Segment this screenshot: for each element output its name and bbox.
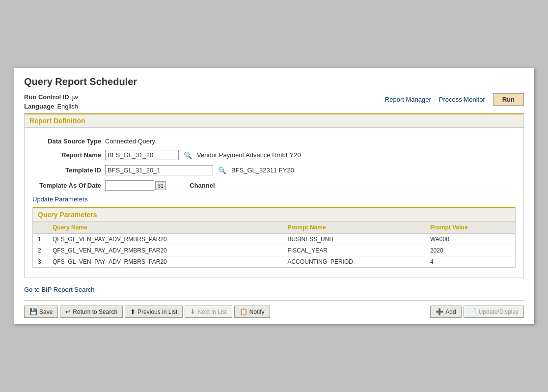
report-definition-body: Data Source Type Connected Query Report … bbox=[25, 133, 523, 278]
data-source-value: Connected Query bbox=[105, 138, 155, 145]
top-fields: Run Control ID jw Language English Repor… bbox=[24, 93, 524, 110]
add-label: Add bbox=[445, 308, 456, 315]
query-parameters-section: Query Parameters Query Name Prompt Name … bbox=[32, 207, 516, 268]
notify-icon: 📋 bbox=[240, 308, 247, 315]
previous-in-list-label: Previous in List bbox=[137, 308, 177, 315]
save-button[interactable]: 💾 Save bbox=[24, 306, 58, 318]
table-row: 3 QFS_GL_VEN_PAY_ADV_RMBRS_PAR20 ACCOUNT… bbox=[33, 256, 515, 268]
report-name-input[interactable] bbox=[105, 150, 179, 160]
row-num: 3 bbox=[33, 256, 48, 268]
query-name-cell: QFS_GL_VEN_PAY_ADV_RMBRS_PAR20 bbox=[48, 256, 283, 268]
language-label: Language bbox=[24, 103, 54, 110]
bip-report-search-link[interactable]: Go to BIP Report Search bbox=[24, 286, 95, 293]
query-name-cell: QFS_GL_VEN_PAY_ADV_RMBRS_PAR20 bbox=[48, 245, 283, 256]
return-to-search-label: Return to Search bbox=[73, 308, 117, 315]
next-in-list-label: Next in List bbox=[197, 308, 226, 315]
template-id-row: Template ID 🔍 BFS_GL_32311 FY20 bbox=[32, 165, 516, 175]
template-id-desc: BFS_GL_32311 FY20 bbox=[231, 167, 294, 174]
query-parameters-header: Query Parameters bbox=[33, 207, 515, 222]
notify-button[interactable]: 📋 Notify bbox=[234, 306, 270, 318]
prompt-name-cell: FISCAL_YEAR bbox=[283, 245, 425, 256]
return-search-icon: ↩ bbox=[65, 308, 71, 315]
channel-label: Channel bbox=[190, 182, 215, 189]
template-id-input[interactable] bbox=[105, 165, 213, 175]
update-parameters-link[interactable]: Update Parameters bbox=[32, 196, 88, 203]
report-name-label: Report Name bbox=[32, 151, 101, 159]
run-control-label: Run Control ID bbox=[24, 93, 69, 101]
run-button[interactable]: Run bbox=[493, 93, 524, 106]
previous-in-list-button[interactable]: ⬆ Previous in List bbox=[125, 306, 183, 318]
table-header-row: Query Name Prompt Name Prompt Value bbox=[33, 222, 515, 234]
next-in-list-button[interactable]: ⬇ Next in List bbox=[185, 306, 232, 318]
save-icon: 💾 bbox=[29, 308, 37, 315]
language-row: Language English bbox=[24, 103, 78, 110]
calendar-icon[interactable]: 31 bbox=[155, 181, 166, 190]
report-manager-link[interactable]: Report Manager bbox=[385, 96, 431, 103]
data-source-row: Data Source Type Connected Query bbox=[32, 138, 516, 145]
language-value: English bbox=[57, 103, 78, 110]
add-icon: ➕ bbox=[436, 308, 443, 315]
prompt-name-cell: BUSINESS_UNIT bbox=[283, 234, 425, 245]
update-display-label: Update/Display bbox=[479, 308, 519, 315]
report-name-row: Report Name 🔍 Vendor Payment Advance Rmb… bbox=[32, 150, 516, 160]
table-row: 2 QFS_GL_VEN_PAY_ADV_RMBRS_PAR20 FISCAL_… bbox=[33, 245, 515, 256]
table-row: 1 QFS_GL_VEN_PAY_ADV_RMBRS_PAR20 BUSINES… bbox=[33, 234, 515, 245]
date-input-wrap: 31 bbox=[105, 180, 166, 191]
report-name-desc: Vendor Payment Advance RmbFY20 bbox=[197, 151, 301, 159]
update-display-button[interactable]: 📄 Update/Display bbox=[464, 306, 524, 318]
report-definition-header: Report Definition bbox=[25, 113, 523, 128]
top-right: Report Manager Process Monitor Run bbox=[385, 93, 524, 106]
process-monitor-link[interactable]: Process Monitor bbox=[439, 96, 485, 103]
col-prompt-value-header: Prompt Value bbox=[425, 222, 515, 234]
next-icon: ⬇ bbox=[190, 308, 195, 315]
notify-label: Notify bbox=[249, 308, 265, 315]
bottom-right-buttons: ➕ Add 📄 Update/Display bbox=[430, 306, 524, 318]
top-left: Run Control ID jw Language English bbox=[24, 93, 78, 110]
update-icon: 📄 bbox=[469, 308, 477, 315]
bottom-left-buttons: 💾 Save ↩ Return to Search ⬆ Previous in … bbox=[24, 306, 270, 318]
query-name-cell: QFS_GL_VEN_PAY_ADV_RMBRS_PAR20 bbox=[48, 234, 283, 245]
row-num: 1 bbox=[33, 234, 48, 245]
save-label: Save bbox=[39, 308, 53, 315]
template-id-search-icon[interactable]: 🔍 bbox=[217, 167, 227, 174]
template-date-label: Template As Of Date bbox=[32, 182, 101, 189]
run-control-value: jw bbox=[72, 93, 78, 101]
col-prompt-name-header: Prompt Name bbox=[283, 222, 425, 234]
col-query-name-header: Query Name bbox=[48, 222, 283, 234]
row-num: 2 bbox=[33, 245, 48, 256]
prompt-value-cell: 4 bbox=[425, 256, 515, 268]
query-parameters-table: Query Name Prompt Name Prompt Value 1 QF… bbox=[33, 222, 515, 267]
run-control-row: Run Control ID jw bbox=[24, 93, 78, 101]
template-date-row: Template As Of Date 31 Channel bbox=[32, 180, 516, 191]
template-date-input[interactable] bbox=[105, 180, 154, 191]
prompt-name-cell: ACCOUNTING_PERIOD bbox=[283, 256, 425, 268]
return-to-search-button[interactable]: ↩ Return to Search bbox=[60, 306, 123, 318]
prev-icon: ⬆ bbox=[130, 308, 136, 315]
prompt-value-cell: 2020 bbox=[425, 245, 515, 256]
bottom-bar: 💾 Save ↩ Return to Search ⬆ Previous in … bbox=[24, 300, 524, 318]
main-container: Query Report Scheduler Run Control ID jw… bbox=[14, 68, 534, 324]
prompt-value-cell: WA000 bbox=[425, 234, 515, 245]
report-name-search-icon[interactable]: 🔍 bbox=[183, 151, 193, 159]
template-id-label: Template ID bbox=[32, 167, 101, 174]
add-button[interactable]: ➕ Add bbox=[430, 306, 461, 318]
report-definition-section: Report Definition Data Source Type Conne… bbox=[24, 113, 524, 278]
data-source-label: Data Source Type bbox=[32, 138, 101, 145]
page-title: Query Report Scheduler bbox=[24, 76, 524, 87]
col-num-header bbox=[33, 222, 48, 234]
